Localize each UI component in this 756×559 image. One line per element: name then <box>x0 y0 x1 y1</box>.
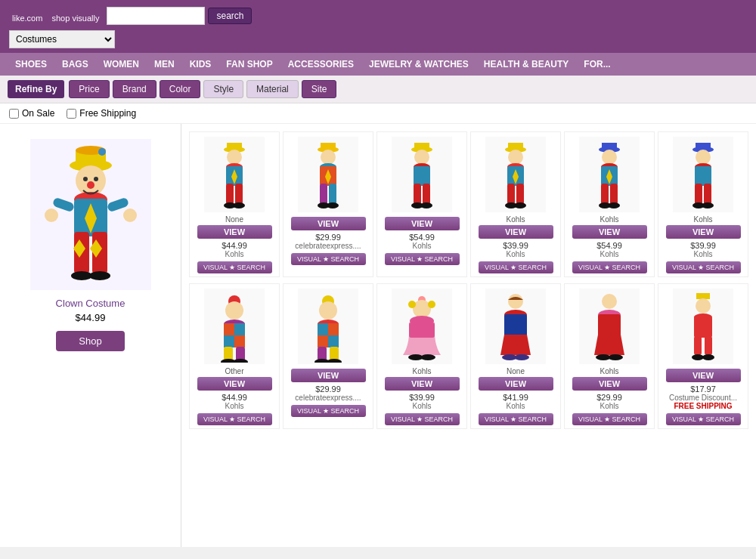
svg-point-92 <box>319 301 337 320</box>
svg-point-69 <box>608 202 620 208</box>
view-button[interactable]: VIEW <box>385 217 460 230</box>
visual-search-button[interactable]: VISUAL ★ SEARCH <box>479 261 553 273</box>
filter-style[interactable]: Style <box>203 80 243 98</box>
view-button[interactable]: VIEW <box>666 369 741 382</box>
svg-point-49 <box>420 202 432 208</box>
svg-rect-37 <box>320 184 327 205</box>
product-card: VIEW $17.97 Costume Discount... FREE SHI… <box>658 283 748 429</box>
view-button[interactable]: VIEW <box>291 369 366 382</box>
visual-search-button[interactable]: VISUAL ★ SEARCH <box>666 413 741 425</box>
svg-point-119 <box>608 354 623 360</box>
product-store: Kohls <box>225 250 243 258</box>
svg-rect-97 <box>328 335 339 347</box>
on-sale-checkbox[interactable]: On Sale <box>9 108 54 119</box>
search-button[interactable]: search <box>208 8 252 24</box>
product-store: Costume Discount... <box>669 394 737 402</box>
view-button[interactable]: VIEW <box>479 377 553 391</box>
search-input[interactable] <box>107 7 205 25</box>
product-store: Kohls <box>412 402 431 410</box>
on-sale-input[interactable] <box>9 109 19 119</box>
product-price: $44.99 <box>222 241 247 250</box>
product-brand: Other <box>225 367 243 375</box>
product-image <box>579 289 640 364</box>
view-button[interactable]: VIEW <box>666 225 741 239</box>
svg-point-3 <box>98 148 106 156</box>
visual-search-button[interactable]: VISUAL ★ SEARCH <box>197 261 272 273</box>
shop-button[interactable]: Shop <box>56 331 124 351</box>
svg-point-43 <box>414 150 429 165</box>
product-card: VIEW $29.99 celebrateexpress.... VISUAL … <box>283 283 373 429</box>
svg-rect-117 <box>598 314 621 337</box>
svg-point-109 <box>420 354 435 360</box>
visual-search-button[interactable]: VISUAL ★ SEARCH <box>666 261 741 273</box>
refine-bar: Refine By Price Brand Color Style Materi… <box>0 76 756 103</box>
view-button[interactable]: VIEW <box>385 377 460 391</box>
product-image <box>204 137 265 212</box>
nav-item-fanshop[interactable]: FAN SHOP <box>218 53 280 76</box>
featured-price: $44.99 <box>76 312 106 323</box>
nav-item-bags[interactable]: BAGS <box>54 53 96 76</box>
svg-point-33 <box>321 150 336 165</box>
product-brand: Kohls <box>600 215 618 224</box>
product-store: Kohls <box>600 250 618 258</box>
filter-color[interactable]: Color <box>160 80 201 98</box>
filter-brand[interactable]: Brand <box>113 80 156 98</box>
free-shipping-badge: FREE SHIPPING <box>674 402 732 410</box>
view-button[interactable]: VIEW <box>479 225 553 239</box>
view-button[interactable]: VIEW <box>197 225 272 239</box>
nav-item-health[interactable]: HEALTH & BEAUTY <box>476 53 576 76</box>
free-shipping-input[interactable] <box>67 109 76 119</box>
free-shipping-checkbox[interactable]: Free Shipping <box>67 108 136 119</box>
visual-search-button[interactable]: VISUAL ★ SEARCH <box>291 253 366 265</box>
product-image <box>579 137 640 212</box>
view-button[interactable]: VIEW <box>572 377 647 391</box>
visual-search-button[interactable]: VISUAL ★ SEARCH <box>291 405 366 417</box>
visual-search-button[interactable]: VISUAL ★ SEARCH <box>479 413 553 425</box>
nav-item-women[interactable]: WOMEN <box>96 53 147 76</box>
filter-material[interactable]: Material <box>246 80 299 98</box>
product-price: $17.97 <box>690 385 716 394</box>
product-image <box>485 137 546 212</box>
site-logo: like.com shop visually <box>9 6 99 26</box>
filter-price[interactable]: Price <box>69 80 109 98</box>
product-card: Other VIEW $44.99 Kohls VISUAL ★ SEARCH <box>189 283 280 429</box>
product-card: Kohls VIEW $39.99 Kohls VISUAL ★ SEARCH <box>658 131 748 277</box>
view-button[interactable]: VIEW <box>291 217 366 230</box>
products-row-2: Other VIEW $44.99 Kohls VISUAL ★ SEARCH <box>189 283 748 429</box>
logo-text: like.com <box>12 14 42 23</box>
product-card: Kohls VIEW $39.99 Kohls VISUAL ★ SEARCH <box>470 131 561 277</box>
featured-title: Clown Costume <box>56 298 125 309</box>
svg-rect-67 <box>610 184 618 205</box>
refine-label: Refine By <box>8 80 64 98</box>
product-brand: None <box>225 215 243 224</box>
product-card: Kohls VIEW $29.99 Kohls VISUAL ★ SEARCH <box>564 283 655 429</box>
svg-point-128 <box>702 354 714 360</box>
view-button[interactable]: VIEW <box>572 225 647 239</box>
product-card: None VIEW $44.99 Kohls VISUAL ★ SEARCH <box>189 131 280 277</box>
view-button[interactable]: VIEW <box>197 377 272 391</box>
nav-item-kids[interactable]: KIDS <box>182 53 219 76</box>
visual-search-button[interactable]: VISUAL ★ SEARCH <box>572 261 647 273</box>
nav-item-jewelry[interactable]: JEWELRY & WATCHES <box>361 53 476 76</box>
svg-point-114 <box>514 354 529 360</box>
svg-point-30 <box>233 202 245 208</box>
svg-point-4 <box>76 165 106 196</box>
visual-search-button[interactable]: VISUAL ★ SEARCH <box>385 413 460 425</box>
svg-point-15 <box>123 208 137 222</box>
product-price: $39.99 <box>503 241 528 250</box>
nav-item-men[interactable]: MEN <box>147 53 182 76</box>
svg-point-59 <box>514 202 526 208</box>
nav-item-accessories[interactable]: ACCESSORIES <box>280 53 361 76</box>
category-select[interactable]: Costumes <box>9 30 115 48</box>
featured-panel: Clown Costume $44.99 Shop <box>0 124 181 547</box>
visual-search-button[interactable]: VISUAL ★ SEARCH <box>385 253 460 265</box>
product-store: celebrateexpress.... <box>295 394 361 402</box>
svg-point-80 <box>225 301 243 320</box>
visual-search-button[interactable]: VISUAL ★ SEARCH <box>572 413 647 425</box>
nav-item-more[interactable]: FOR... <box>576 53 618 76</box>
visual-search-button[interactable]: VISUAL ★ SEARCH <box>197 413 272 425</box>
nav-item-shoes[interactable]: SHOES <box>8 53 54 76</box>
main-content: Clown Costume $44.99 Shop <box>0 124 756 547</box>
product-store: Kohls <box>600 402 618 410</box>
filter-site[interactable]: Site <box>302 80 337 98</box>
